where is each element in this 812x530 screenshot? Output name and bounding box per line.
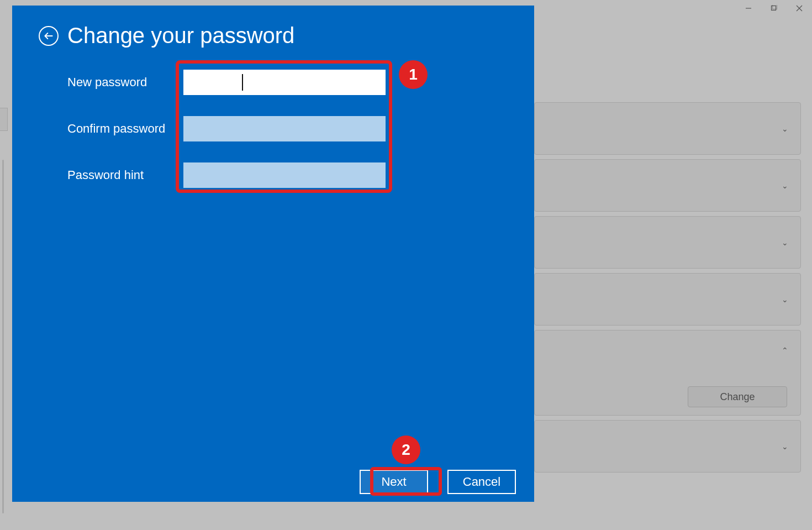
- change-button[interactable]: Change: [688, 386, 787, 407]
- chevron-up-icon: ⌃: [782, 346, 788, 355]
- maximize-button[interactable]: [761, 0, 787, 17]
- bg-card[interactable]: ⌄: [534, 273, 801, 326]
- confirm-password-input[interactable]: [183, 116, 386, 141]
- cancel-button[interactable]: Cancel: [447, 470, 516, 494]
- new-password-label: New password: [67, 75, 183, 90]
- next-button[interactable]: Next: [360, 470, 428, 494]
- annotation-badge-2: 2: [392, 435, 420, 464]
- new-password-input[interactable]: [183, 70, 386, 95]
- chevron-down-icon: ⌄: [782, 295, 788, 304]
- next-button-label: Next: [381, 475, 406, 489]
- chevron-down-icon: ⌄: [782, 238, 788, 247]
- window-caption-buttons: [736, 0, 812, 17]
- close-button[interactable]: [787, 0, 812, 17]
- password-hint-input[interactable]: [183, 162, 386, 188]
- minimize-button[interactable]: [736, 0, 761, 17]
- text-cursor: [242, 74, 243, 91]
- chevron-down-icon: ⌄: [782, 442, 788, 451]
- bg-card[interactable]: ⌄: [534, 420, 801, 473]
- bg-card-expanded[interactable]: ⌃ Change: [534, 330, 801, 416]
- arrow-left-icon: [43, 30, 54, 41]
- dialog-header: Change your password: [12, 6, 534, 48]
- back-button[interactable]: [39, 26, 59, 46]
- password-form: New password Confirm password Password h…: [67, 70, 386, 209]
- svg-rect-1: [772, 6, 776, 11]
- confirm-password-label: Confirm password: [67, 122, 183, 136]
- bg-card-list: ⌄ ⌄ ⌄ ⌄ ⌃ Change ⌄: [534, 102, 801, 477]
- bg-card[interactable]: ⌄: [534, 159, 801, 212]
- change-button-label: Change: [720, 391, 755, 403]
- dialog-action-bar: Next Cancel: [12, 470, 516, 494]
- password-hint-label: Password hint: [67, 168, 183, 182]
- bg-card[interactable]: ⌄: [534, 102, 801, 155]
- partial-element: [0, 108, 8, 131]
- scrollbar-track: [2, 160, 4, 513]
- chevron-down-icon: ⌄: [782, 124, 788, 133]
- cancel-button-label: Cancel: [463, 475, 500, 489]
- annotation-badge-1: 1: [399, 60, 428, 89]
- change-password-dialog: Change your password New password Confir…: [12, 6, 534, 502]
- chevron-down-icon: ⌄: [782, 181, 788, 190]
- bg-card[interactable]: ⌄: [534, 216, 801, 269]
- dialog-title: Change your password: [67, 23, 294, 48]
